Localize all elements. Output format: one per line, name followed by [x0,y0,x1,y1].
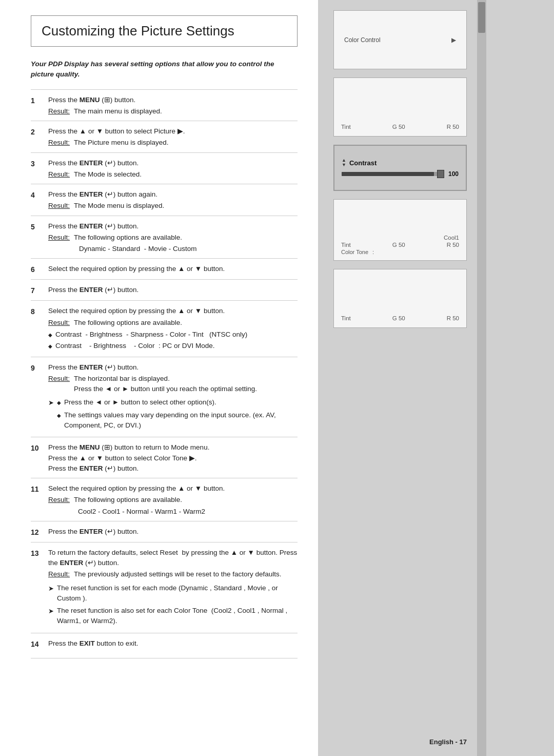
contrast-slider-track[interactable] [342,172,444,176]
footer: English - 17 [333,732,467,746]
page-container: Customizing the Picture Settings Your PD… [0,0,554,756]
intro-text: Your PDP Display has several setting opt… [31,59,298,80]
step-8: 8 Select the required option by pressing… [31,300,298,356]
tint-label-2: Tint [341,242,351,248]
step-10: 10 Press the MENU (⊞) button to return t… [31,437,298,478]
step-num-10: 10 [31,442,41,474]
contrast-value: 100 [448,170,459,178]
step-1: 1 Press the MENU (⊞) button. Result: The… [31,89,298,121]
step-list: 1 Press the MENU (⊞) button. Result: The… [31,89,298,654]
step-14: 14 Press the EXIT button to exit. [31,633,298,654]
bottom-divider [31,658,298,658]
step-7: 7 Press the ENTER (↵) button. [31,279,298,300]
footer-language: English [429,738,453,746]
step-content-5: Press the ENTER (↵) button. Result: The … [48,221,298,255]
color-tone-label: Color Tone [341,249,368,255]
step-num-4: 4 [31,189,41,211]
tint-label-1: Tint [341,124,351,130]
footer-text: English - 17 [429,738,467,746]
step-content-2: Press the ▲ or ▼ button to select Pictur… [48,126,298,148]
step-num-6: 6 [31,264,41,275]
step-2: 2 Press the ▲ or ▼ button to select Pict… [31,121,298,152]
contrast-slider-fill [342,172,434,176]
step-content-4: Press the ENTER (↵) button again. Result… [48,189,298,211]
step-13: 13 To return the factory defaults, selec… [31,542,298,633]
step-content-14: Press the EXIT button to exit. [48,638,298,650]
step-num-1: 1 [31,95,41,117]
color-control-label: Color Control [344,36,381,44]
title-box: Customizing the Picture Settings [31,15,298,47]
step-4: 4 Press the ENTER (↵) button again. Resu… [31,184,298,216]
contrast-label: Contrast [349,159,377,167]
step-num-12: 12 [31,527,41,538]
step-num-11: 11 [31,483,41,517]
step-content-1: Press the MENU (⊞) button. Result: The m… [48,95,298,117]
step-5: 5 Press the ENTER (↵) button. Result: Th… [31,216,298,259]
step-num-9: 9 [31,362,41,433]
step-content-12: Press the ENTER (↵) button. [48,527,298,538]
step-num-8: 8 [31,306,41,352]
cool1-label: Cool1 [341,235,459,241]
tint-g-value-2: G 50 [392,242,405,248]
tint-g-value-1: G 50 [392,124,405,130]
tint-r-value-3: R 50 [447,315,459,321]
step-content-7: Press the ENTER (↵) button. [48,285,298,296]
step-9: 9 Press the ENTER (↵) button. Result: Th… [31,357,298,437]
screen-tint-1: Tint G 50 R 50 [333,77,467,137]
screen-tint-2: Tint G 50 R 50 [333,269,467,328]
screen-contrast-slider: ▲ ▼ Contrast 100 [333,145,467,191]
step-6: 6 Select the required option by pressing… [31,258,298,279]
color-tone-colon: : [372,249,374,255]
tint-label-3: Tint [341,315,351,321]
footer-page-num: 17 [460,738,467,746]
step-content-13: To return the factory defaults, select R… [48,548,298,629]
color-control-arrow-icon: ▶ [451,36,456,44]
scrollbar[interactable] [477,0,486,756]
step-content-6: Select the required option by pressing t… [48,264,298,275]
step-num-5: 5 [31,221,41,255]
step-num-2: 2 [31,126,41,148]
step-content-8: Select the required option by pressing t… [48,306,298,352]
tint-r-value-1: R 50 [447,124,459,130]
tint-r-value-2: R 50 [447,242,459,248]
step-num-14: 14 [31,638,41,650]
contrast-arrows-icon: ▲ ▼ [342,158,346,167]
step-content-11: Select the required option by pressing t… [48,483,298,517]
screen-color-tone: Cool1 Tint G 50 R 50 Color Tone : [333,199,467,261]
step-3: 3 Press the ENTER (↵) button. Result: Th… [31,152,298,184]
contrast-slider-thumb [437,170,444,178]
step-content-9: Press the ENTER (↵) button. Result: The … [48,362,298,433]
page-title: Customizing the Picture Settings [42,23,287,39]
screen-color-control: Color Control ▶ [333,10,467,69]
step-num-3: 3 [31,158,41,180]
left-panel: Customizing the Picture Settings Your PD… [0,0,318,756]
step-num-7: 7 [31,285,41,296]
step-12: 12 Press the ENTER (↵) button. [31,521,298,542]
right-panel: Color Control ▶ Tint G 50 R 50 ▲ ▼ Contr… [318,0,477,756]
step-content-3: Press the ENTER (↵) button. Result: The … [48,158,298,180]
scroll-thumb[interactable] [478,2,485,33]
step-content-10: Press the MENU (⊞) button to return to M… [48,442,298,474]
tint-g-value-3: G 50 [392,315,405,321]
step-11: 11 Select the required option by pressin… [31,478,298,521]
step-num-13: 13 [31,548,41,629]
